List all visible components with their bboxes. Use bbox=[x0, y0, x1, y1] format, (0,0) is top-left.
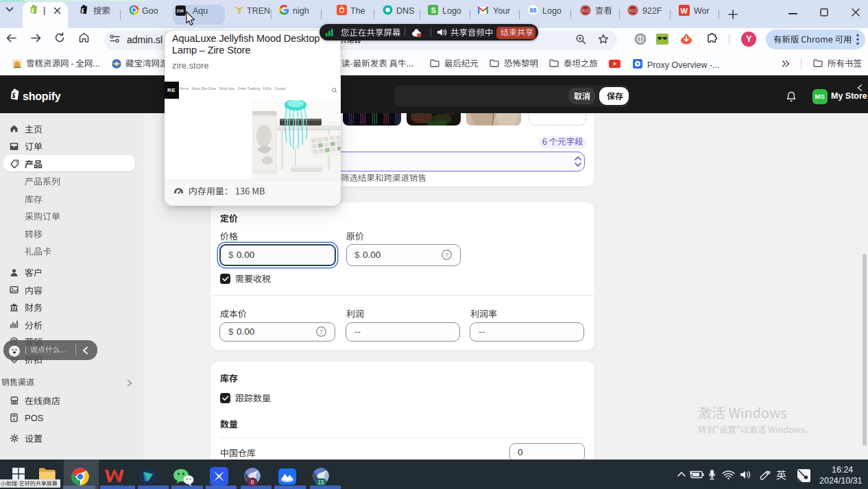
svg-text:922: 922 bbox=[629, 8, 637, 13]
svg-text:?: ? bbox=[320, 329, 323, 335]
svg-text:?: ? bbox=[445, 252, 448, 259]
svg-text:88: 88 bbox=[529, 7, 536, 14]
svg-text:15: 15 bbox=[317, 479, 324, 486]
svg-text:8: 8 bbox=[250, 479, 254, 486]
svg-text:922: 922 bbox=[582, 8, 590, 13]
